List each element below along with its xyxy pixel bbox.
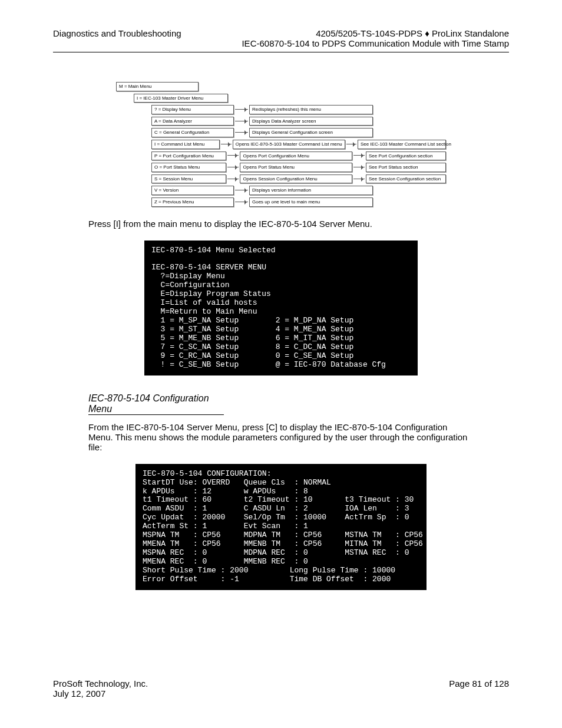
terminal-server-menu: IEC-870-5-104 Menu Selected IEC-870-5-10… bbox=[144, 241, 418, 375]
header-rule bbox=[53, 52, 509, 52]
arrow-icon bbox=[352, 153, 366, 159]
diagram-node: ? = Display Menu bbox=[151, 105, 234, 114]
diagram-level1: I = IEC-103 Master Driver Menu bbox=[134, 94, 228, 103]
diagram-desc: Opens IEC-870-5-103 Master Command List … bbox=[233, 140, 345, 149]
diagram-node: C = General Configuration bbox=[151, 128, 234, 137]
diagram-root: M = Main Menu bbox=[116, 82, 199, 91]
arrow-icon bbox=[226, 176, 240, 182]
diagram-ref: See Port Configuration section bbox=[366, 151, 446, 161]
diagram-desc: Opens Port Configuration Menu bbox=[240, 151, 352, 161]
arrow-icon bbox=[234, 187, 249, 193]
arrow-icon bbox=[234, 130, 249, 136]
page-footer: ProSoft Technology, Inc. July 12, 2007 P… bbox=[53, 678, 509, 699]
diagram-node: Z = Previous Menu bbox=[151, 197, 234, 207]
page-header: Diagnostics and Troubleshooting 4205/520… bbox=[53, 28, 509, 48]
arrow-icon bbox=[352, 176, 366, 182]
arrow-icon bbox=[226, 153, 240, 159]
header-right-1: 4205/5205-TS-104S-PDPS ♦ ProLinx Standal… bbox=[242, 28, 509, 38]
arrow-icon bbox=[352, 164, 366, 170]
arrow-icon bbox=[226, 164, 240, 170]
body-paragraph-2: From the IEC-870-5-104 Server Menu, pres… bbox=[88, 422, 474, 452]
arrow-icon bbox=[234, 118, 249, 124]
footer-date: July 12, 2007 bbox=[53, 689, 148, 699]
arrow-icon bbox=[234, 199, 249, 205]
header-left: Diagnostics and Troubleshooting bbox=[53, 28, 181, 48]
arrow-icon bbox=[345, 141, 358, 147]
footer-page: Page 81 of 128 bbox=[449, 678, 509, 699]
diagram-node: V = Version bbox=[151, 186, 234, 195]
body-paragraph-1: Press [I] from the main menu to display … bbox=[88, 219, 474, 229]
diagram-ref: See IEC-103 Master Command List section bbox=[358, 140, 446, 149]
diagram-desc: Opens Session Configuration Menu bbox=[240, 174, 352, 184]
diagram-desc: Displays version information bbox=[249, 186, 373, 195]
diagram-desc: Goes up one level to main menu bbox=[249, 197, 373, 207]
header-right-2: IEC-60870-5-104 to PDPS Communication Mo… bbox=[242, 38, 509, 48]
section-title: IEC-870-5-104 Configuration Menu bbox=[88, 393, 224, 415]
terminal-configuration: IEC-870-5-104 CONFIGURATION: StartDT Use… bbox=[135, 464, 427, 590]
diagram-desc: Displays Data Analyzer screen bbox=[249, 117, 373, 126]
diagram-node: I = Command List Menu bbox=[151, 140, 220, 149]
footer-company: ProSoft Technology, Inc. bbox=[53, 678, 148, 689]
diagram-node: S = Session Menu bbox=[151, 174, 226, 184]
diagram-desc: Opens Port Status Menu bbox=[240, 163, 352, 172]
diagram-desc: Displays General Configuration screen bbox=[249, 128, 373, 137]
diagram-node: A = Data Analyzer bbox=[151, 117, 234, 126]
diagram-ref: See Session Configuration section bbox=[366, 174, 446, 184]
diagram-node: P = Port Configuration Menu bbox=[151, 151, 226, 161]
arrow-icon bbox=[234, 107, 249, 113]
diagram-node: O = Port Status Menu bbox=[151, 163, 226, 172]
arrow-icon bbox=[220, 141, 232, 147]
diagram-ref: See Port Status section bbox=[366, 163, 446, 172]
menu-diagram: M = Main Menu I = IEC-103 Master Driver … bbox=[116, 82, 446, 207]
diagram-desc: Redisplays (refreshes) this menu bbox=[249, 105, 373, 114]
